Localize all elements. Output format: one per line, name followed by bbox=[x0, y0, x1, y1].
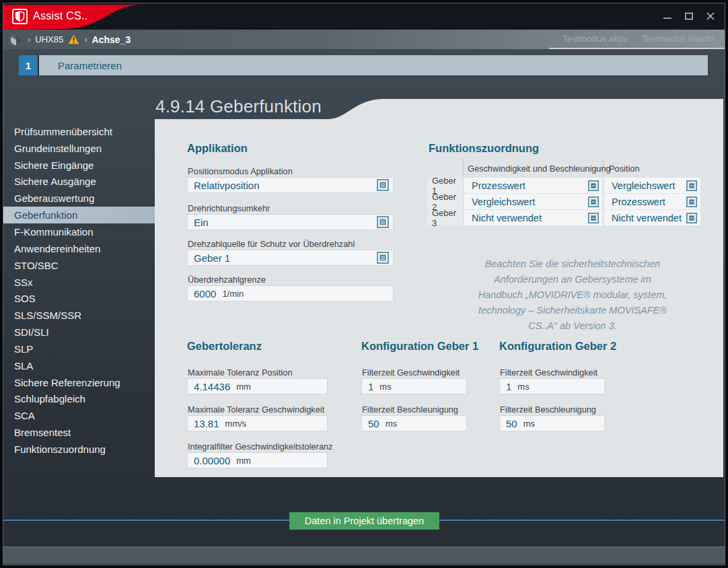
step-number-badge: 1 bbox=[19, 55, 39, 75]
dropdown-icon[interactable] bbox=[588, 180, 599, 191]
dropdown-value: Relativposition bbox=[194, 180, 260, 191]
table-header-divider bbox=[463, 159, 464, 176]
section-title-konfiguration-geber-1: Konfiguration Geber 1 bbox=[361, 340, 478, 353]
table-cell-geber3-speed[interactable]: Nicht verwendet bbox=[464, 210, 602, 225]
table-cell-geber2-position[interactable]: Prozesswert bbox=[604, 194, 700, 209]
sidebar-item-slp[interactable]: SLP bbox=[3, 341, 155, 357]
note-line: technology – Sicherheitskarte MOVISAFE® bbox=[433, 303, 713, 318]
warning-icon bbox=[68, 34, 79, 44]
cell-value: Prozesswert bbox=[612, 197, 665, 207]
table-col-header-position: Position bbox=[609, 164, 640, 174]
sidebar-item-sto-sbc[interactable]: STO/SBC bbox=[3, 257, 155, 274]
sidebar-item-schlupfabgleich[interactable]: Schlupfabgleich bbox=[3, 391, 155, 408]
input-ueberdrehzahlgrenze[interactable]: 6000 1/min bbox=[187, 285, 394, 301]
dropdown-positionsmodus[interactable]: Relativposition bbox=[187, 177, 394, 193]
panel-top-curve bbox=[328, 99, 723, 119]
field-label: Überdrehzahlgrenze bbox=[188, 275, 266, 285]
input-value: 50 bbox=[506, 418, 517, 429]
sidebar-item-sca[interactable]: SCA bbox=[3, 407, 155, 424]
dropdown-icon[interactable] bbox=[377, 216, 389, 228]
input-g2-filterzeit-geschwindigkeit[interactable]: 1 ms bbox=[499, 378, 605, 394]
input-unit: mm/s bbox=[225, 419, 247, 429]
dropdown-drehrichtungsumkehr[interactable]: Ein bbox=[187, 214, 394, 230]
breadcrumb-axis[interactable]: Achse_3 bbox=[92, 34, 131, 45]
input-value: 0.00000 bbox=[194, 455, 230, 466]
table-row-label: Geber 3 bbox=[427, 210, 463, 225]
sidebar-item-sdi-sli[interactable]: SDI/SLI bbox=[3, 324, 155, 341]
note-line: Anforderungen an Gebersysteme im bbox=[433, 272, 713, 287]
step-header-parametrieren[interactable]: Parametrieren bbox=[39, 55, 708, 75]
sidebar-item-sichere-referenzierung[interactable]: Sichere Referenzierung bbox=[3, 374, 155, 391]
testmode-active-button[interactable]: Testmodus aktiv bbox=[556, 34, 634, 44]
table-cell-geber1-speed[interactable]: Prozesswert bbox=[464, 178, 602, 193]
dropdown-drehzahlquelle[interactable]: Geber 1 bbox=[187, 250, 394, 266]
cell-value: Vergleichswert bbox=[472, 197, 535, 207]
table-cell-geber3-position[interactable]: Nicht verwendet bbox=[604, 210, 700, 225]
sidebar-item-geberfunktion[interactable]: Geberfunktion bbox=[3, 207, 155, 223]
field-label: Maximale Toleranz Position bbox=[188, 367, 293, 378]
field-label: Filterzeit Geschwindigkeit bbox=[500, 367, 597, 378]
note-line: Beachten Sie die sicherheitstechnischen bbox=[433, 256, 713, 272]
dropdown-icon[interactable] bbox=[588, 197, 599, 207]
sidebar-item-f-kommunikation[interactable]: F-Kommunikation bbox=[3, 223, 155, 240]
table-cell-geber1-position[interactable]: Vergleichswert bbox=[604, 178, 700, 193]
app-title: Assist CS.. bbox=[33, 10, 88, 22]
input-value: 6000 bbox=[194, 288, 216, 299]
field-label: Drehrichtungsumkehr bbox=[188, 203, 270, 213]
input-max-toleranz-geschwindigkeit[interactable]: 13.81 mm/s bbox=[187, 415, 328, 431]
sidebar-item-funktionszuordnung[interactable]: Funktionszuordnung bbox=[3, 441, 155, 458]
step-bar: 1 Parametrieren bbox=[19, 55, 708, 75]
dropdown-icon[interactable] bbox=[686, 213, 697, 223]
dropdown-icon[interactable] bbox=[588, 213, 599, 223]
sidebar-item-bremsentest[interactable]: Bremsentest bbox=[3, 424, 155, 441]
transfer-to-project-button[interactable]: Daten in Projekt übertragen bbox=[289, 512, 439, 530]
breadcrumb-bar: › UHX85 › Achse_3 Testmodus aktiv Testmo… bbox=[3, 30, 725, 49]
sidebar-item-sos[interactable]: SOS bbox=[3, 290, 155, 307]
input-unit: ms bbox=[386, 419, 397, 429]
dropdown-icon[interactable] bbox=[377, 179, 389, 191]
input-value: 1 bbox=[368, 381, 373, 392]
sidebar-item-grundeinstellungen[interactable]: Grundeinstellungen bbox=[3, 140, 155, 157]
dropdown-icon[interactable] bbox=[377, 252, 389, 264]
maximize-button[interactable] bbox=[683, 11, 695, 21]
breadcrumb-separator: › bbox=[84, 34, 87, 44]
sidebar-item-sichere-ausgaenge[interactable]: Sichere Ausgänge bbox=[3, 174, 155, 190]
input-value: 4.14436 bbox=[194, 381, 230, 392]
minimize-button[interactable] bbox=[661, 11, 674, 21]
title-bar: Assist CS.. bbox=[3, 3, 725, 30]
input-g1-filterzeit-beschleunigung[interactable]: 50 ms bbox=[361, 415, 467, 431]
dropdown-icon[interactable] bbox=[686, 180, 697, 191]
sidebar-item-pruefsummenuebersicht[interactable]: Prüfsummenübersicht bbox=[3, 123, 155, 140]
dropdown-icon[interactable] bbox=[686, 197, 697, 207]
dropdown-value: Geber 1 bbox=[194, 252, 230, 264]
table-cell-geber2-speed[interactable]: Vergleichswert bbox=[464, 194, 602, 209]
note-line: Handbuch „MOVIDRIVE® modular, system, bbox=[433, 287, 713, 303]
field-label: Filterzeit Beschleunigung bbox=[362, 404, 458, 415]
field-label: Integralfilter Geschwindigkeitstoleranz bbox=[188, 441, 333, 452]
breadcrumb-device[interactable]: UHX85 bbox=[35, 34, 63, 44]
page-title: 4.9.14 Geberfunktion bbox=[155, 96, 322, 117]
close-button[interactable] bbox=[704, 11, 717, 21]
input-max-toleranz-position[interactable]: 4.14436 mm bbox=[187, 378, 328, 394]
cell-value: Nicht verwendet bbox=[612, 213, 682, 223]
sidebar-item-geberauswertung[interactable]: Geberauswertung bbox=[3, 190, 155, 207]
sidebar-item-sls-ssm-ssr[interactable]: SLS/SSM/SSR bbox=[3, 307, 155, 324]
input-integralfilter[interactable]: 0.00000 mm bbox=[187, 452, 328, 468]
sidebar-item-sichere-eingaenge[interactable]: Sichere Eingänge bbox=[3, 157, 155, 174]
section-title-applikation: Applikation bbox=[187, 142, 248, 155]
sidebar-item-anwendereinheiten[interactable]: Anwendereinheiten bbox=[3, 240, 155, 257]
sidebar-item-sla[interactable]: SLA bbox=[3, 357, 155, 374]
sidebar-item-ssx[interactable]: SSx bbox=[3, 274, 155, 291]
testmode-inactive-button[interactable]: Testmodus inaktiv bbox=[635, 34, 721, 44]
input-value: 13.81 bbox=[194, 418, 219, 429]
section-title-funktionszuordnung: Funktionszuordnung bbox=[429, 142, 539, 155]
input-g1-filterzeit-geschwindigkeit[interactable]: 1 ms bbox=[361, 378, 467, 394]
field-label: Maximale Toleranz Geschwindigkeit bbox=[188, 404, 324, 415]
input-g2-filterzeit-beschleunigung[interactable]: 50 ms bbox=[499, 415, 605, 431]
section-title-konfiguration-geber-2: Konfiguration Geber 2 bbox=[499, 340, 616, 353]
field-label: Drehzahlquelle für Schutz vor Überdrehza… bbox=[188, 239, 355, 249]
breadcrumb-separator: › bbox=[28, 34, 30, 44]
network-globe-icon[interactable] bbox=[9, 33, 23, 46]
input-unit: ms bbox=[379, 382, 391, 392]
note-line: CS..A“ ab Version 3. bbox=[433, 318, 713, 334]
